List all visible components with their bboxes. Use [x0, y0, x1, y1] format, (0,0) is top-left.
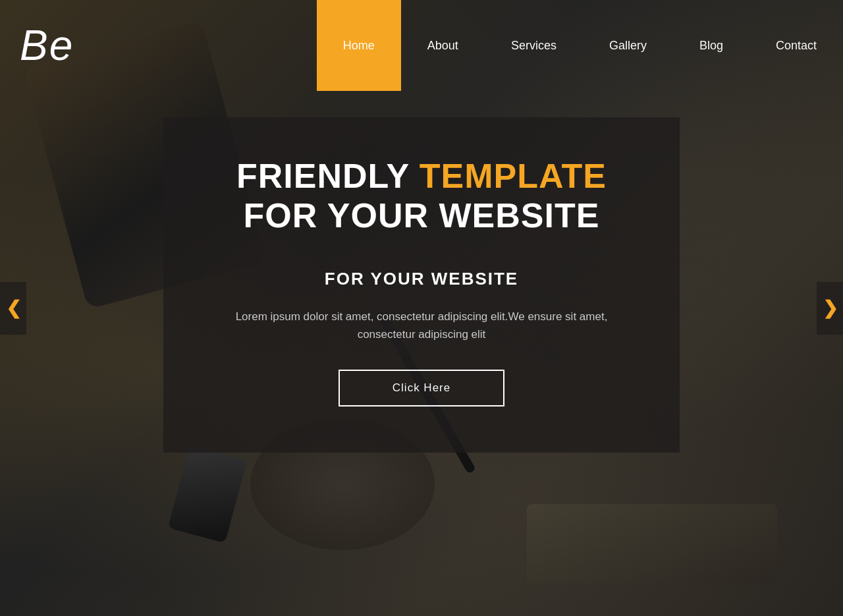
main-heading: FRIENDLY TEMPLATE FOR YOUR WEBSITE [216, 157, 627, 236]
nav-item-gallery[interactable]: Gallery [583, 0, 673, 91]
heading-part1: FRIENDLY [236, 157, 420, 195]
heading-part2: FOR YOUR WEBSITE [244, 196, 600, 235]
navbar: Be Home About Services Gallery Blog Cont… [0, 0, 843, 91]
bg-keyboard [527, 504, 777, 583]
carousel-arrow-left[interactable]: ❮ [0, 282, 26, 335]
heading-highlight: TEMPLATE [420, 157, 607, 195]
nav-item-blog[interactable]: Blog [673, 0, 749, 91]
nav-item-about[interactable]: About [401, 0, 485, 91]
content-box: FRIENDLY TEMPLATE FOR YOUR WEBSITE FOR Y… [163, 117, 680, 453]
carousel-arrow-right[interactable]: ❯ [817, 282, 843, 335]
sub-heading: FOR YOUR WEBSITE [216, 269, 627, 289]
nav-item-home[interactable]: Home [317, 0, 401, 91]
logo: Be [0, 8, 94, 83]
nav-item-services[interactable]: Services [485, 0, 583, 91]
nav-item-contact[interactable]: Contact [749, 0, 843, 91]
nav-links: Home About Services Gallery Blog Contact [317, 0, 843, 91]
description: Lorem ipsum dolor sit amet, consectetur … [216, 308, 627, 343]
hero-section: Be Home About Services Gallery Blog Cont… [0, 0, 843, 616]
cta-button[interactable]: Click Here [339, 370, 504, 406]
